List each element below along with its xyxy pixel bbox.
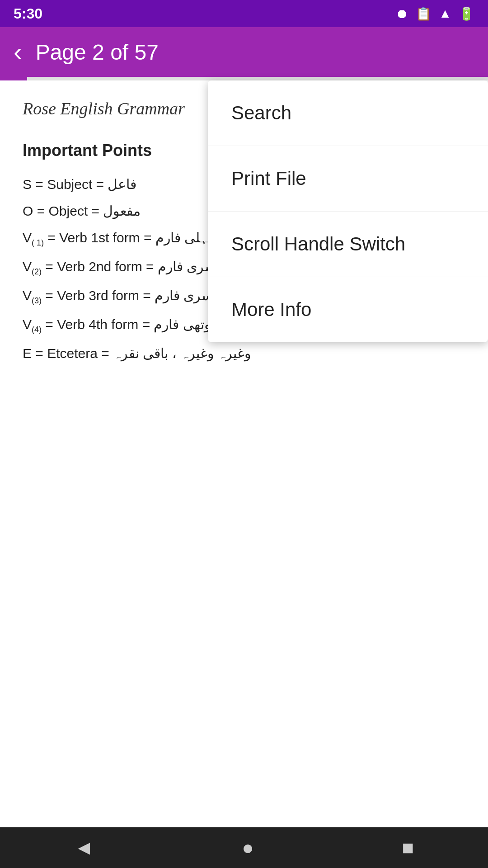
back-button[interactable]: ‹ <box>14 39 22 65</box>
page-title: Page 2 of 57 <box>36 40 159 65</box>
status-time: 5:30 <box>14 5 42 22</box>
menu-item-scroll-handle-switch[interactable]: Scroll Handle Switch <box>208 212 488 277</box>
battery-icon: 🔋 <box>459 6 474 21</box>
menu-item-search[interactable]: Search <box>208 80 488 146</box>
clipboard-icon: 📋 <box>416 6 432 21</box>
menu-item-print-file[interactable]: Print File <box>208 146 488 212</box>
nav-home-button[interactable]: ● <box>242 836 254 859</box>
nav-bar: ◄ ● ■ <box>0 827 488 868</box>
dropdown-menu: Search Print File Scroll Handle Switch M… <box>208 80 488 342</box>
signal-icon: ▲ <box>439 6 451 21</box>
nav-back-button[interactable]: ◄ <box>74 836 94 859</box>
app-bar: ‹ Page 2 of 57 <box>0 27 488 77</box>
grammar-text: S = Subject = فاعل <box>23 176 136 192</box>
status-bar: 5:30 ⏺ 📋 ▲ 🔋 <box>0 0 488 27</box>
content-area: Rose English Grammar Important Points S … <box>0 80 488 827</box>
grammar-text: E = Etcetera = وغیرہ وغیرہ ، باقی نقرہ <box>23 345 251 361</box>
scroll-thumb <box>0 77 27 80</box>
nav-recents-button[interactable]: ■ <box>402 836 414 859</box>
status-icons: ⏺ 📋 ▲ 🔋 <box>396 6 474 21</box>
grammar-text: O = Object = مفعول <box>23 203 141 219</box>
list-item: E = Etcetera = وغیرہ وغیرہ ، باقی نقرہ <box>23 345 465 361</box>
scroll-indicator <box>0 77 488 80</box>
menu-item-more-info[interactable]: More Info <box>208 277 488 342</box>
circle-icon: ⏺ <box>396 6 408 21</box>
